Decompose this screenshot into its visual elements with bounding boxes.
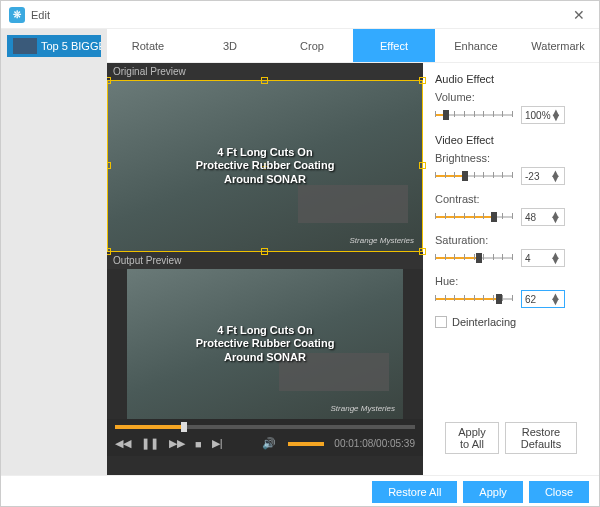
hue-slider[interactable]: [435, 293, 513, 305]
saturation-label: Saturation:: [435, 234, 587, 246]
output-preview: 4 Ft Long Cuts On Protective Rubber Coat…: [127, 269, 403, 419]
crop-handle[interactable]: [261, 248, 268, 255]
signature: Strange Mysteries: [331, 404, 395, 413]
crop-handle[interactable]: [107, 77, 111, 84]
hue-label: Hue:: [435, 275, 587, 287]
clip-label: Top 5 BIGGEST ...: [41, 40, 101, 52]
checkbox-icon: [435, 316, 447, 328]
overlay-line: 4 Ft Long Cuts On: [196, 324, 335, 337]
stop-icon[interactable]: ■: [195, 438, 202, 450]
signature: Strange Mysteries: [350, 236, 414, 245]
ship-graphic: [298, 185, 408, 223]
crop-handle[interactable]: [419, 248, 426, 255]
apply-button[interactable]: Apply: [463, 481, 523, 503]
close-icon[interactable]: ✕: [567, 5, 591, 25]
hue-stepper[interactable]: 62▲▼: [521, 290, 565, 308]
brightness-label: Brightness:: [435, 152, 587, 164]
tab-3d[interactable]: 3D: [189, 29, 271, 62]
brightness-slider[interactable]: [435, 170, 513, 182]
crop-handle[interactable]: [419, 162, 426, 169]
volume-stepper[interactable]: 100%▲▼: [521, 106, 565, 124]
overlay-line: Protective Rubber Coating: [196, 337, 335, 350]
seek-bar[interactable]: [115, 425, 415, 429]
prev-icon[interactable]: ◀◀: [115, 437, 131, 450]
sidebar-clip-item[interactable]: Top 5 BIGGEST ...: [7, 35, 101, 57]
overlay-line: Around SONAR: [196, 351, 335, 364]
time-display: 00:01:08/00:05:39: [334, 438, 415, 449]
contrast-slider[interactable]: [435, 211, 513, 223]
contrast-label: Contrast:: [435, 193, 587, 205]
window-title: Edit: [31, 9, 567, 21]
apply-all-button[interactable]: Apply to All: [445, 422, 499, 454]
restore-all-button[interactable]: Restore All: [372, 481, 457, 503]
volume-icon[interactable]: 🔊: [262, 437, 276, 450]
tab-watermark[interactable]: Watermark: [517, 29, 599, 62]
saturation-stepper[interactable]: 4▲▼: [521, 249, 565, 267]
volume-label: Volume:: [435, 91, 587, 103]
clip-thumb-icon: [13, 38, 37, 54]
tab-crop[interactable]: Crop: [271, 29, 353, 62]
app-icon: ❊: [9, 7, 25, 23]
crop-handle[interactable]: [107, 248, 111, 255]
crop-handle[interactable]: [261, 77, 268, 84]
step-icon[interactable]: ▶|: [212, 437, 223, 450]
close-button[interactable]: Close: [529, 481, 589, 503]
next-icon[interactable]: ▶▶: [169, 437, 185, 450]
sidebar: Top 5 BIGGEST ...: [1, 29, 107, 475]
original-preview[interactable]: 4 Ft Long Cuts On Protective Rubber Coat…: [107, 80, 423, 252]
video-section-label: Video Effect: [435, 134, 587, 146]
pause-icon[interactable]: ❚❚: [141, 437, 159, 450]
saturation-slider[interactable]: [435, 252, 513, 264]
tab-bar: Rotate 3D Crop Effect Enhance Watermark: [107, 29, 599, 63]
overlay-line: Protective Rubber Coating: [196, 159, 335, 172]
volume-slider[interactable]: [435, 109, 513, 121]
overlay-line: 4 Ft Long Cuts On: [196, 146, 335, 159]
tab-enhance[interactable]: Enhance: [435, 29, 517, 62]
contrast-stepper[interactable]: 48▲▼: [521, 208, 565, 226]
restore-defaults-button[interactable]: Restore Defaults: [505, 422, 577, 454]
tab-effect[interactable]: Effect: [353, 29, 435, 62]
crop-handle[interactable]: [107, 162, 111, 169]
volume-bar[interactable]: [288, 442, 324, 446]
audio-section-label: Audio Effect: [435, 73, 587, 85]
deinterlace-checkbox[interactable]: Deinterlacing: [435, 316, 587, 328]
crop-handle[interactable]: [419, 77, 426, 84]
tab-rotate[interactable]: Rotate: [107, 29, 189, 62]
overlay-line: Around SONAR: [196, 173, 335, 186]
brightness-stepper[interactable]: -23▲▼: [521, 167, 565, 185]
deinterlace-label: Deinterlacing: [452, 316, 516, 328]
